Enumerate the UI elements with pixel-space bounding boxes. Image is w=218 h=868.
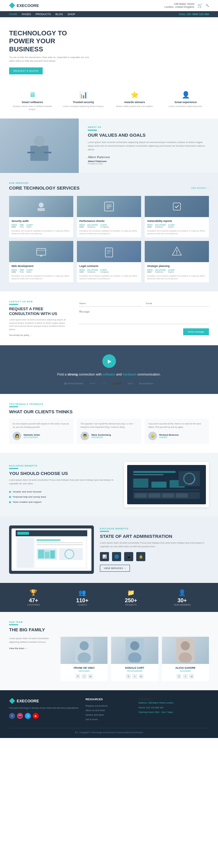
view-services-link[interactable]: View services →	[191, 187, 209, 189]
services-grid: Security audit PRICE $$$$ TIME Time CLIE…	[9, 196, 209, 282]
feature-title: Awards winners	[111, 101, 158, 104]
footer-links: Registry and products About us and news …	[86, 704, 133, 721]
svg-rect-24	[133, 478, 148, 488]
feature-desc: Antoin molitia praede ante a at sodales.	[111, 105, 158, 108]
dashboard-chart	[130, 468, 203, 501]
contact-label: CONTACT US NOW	[9, 301, 70, 303]
facebook-button[interactable]: f	[183, 674, 188, 679]
nav-shop[interactable]: SHOP	[67, 13, 75, 16]
resource-link[interactable]: About us and news	[86, 709, 105, 712]
header: EXECOORE 198 Baker Street London, United…	[0, 0, 218, 11]
stat-label: PROJECTS	[125, 604, 137, 606]
service-meta: PRICE $$$$ TIME Time CLIENT Client	[11, 269, 71, 273]
linkedin-button[interactable]: in	[139, 674, 143, 679]
footer-social: f 📷 𝕏 ▶	[9, 713, 80, 719]
email-input[interactable]	[145, 301, 209, 307]
facebook-button[interactable]: f	[82, 674, 87, 679]
service-title: Security audit	[11, 219, 71, 222]
member-name: FRANK DE VINCI	[63, 666, 105, 670]
logo[interactable]: EXECOORE	[9, 2, 39, 8]
search-icon[interactable]: 🔍	[206, 4, 209, 7]
author-name: Nathalie Zeller	[24, 434, 40, 436]
twitter-button[interactable]: 𝕏	[176, 674, 181, 679]
resource-link[interactable]: Registry and products	[86, 705, 108, 707]
author-title: ACCOUNTANT	[24, 436, 40, 438]
member-role: PROGRAMMER	[113, 670, 156, 672]
state-heading: STATE OF ART ADMINISTRATION	[100, 534, 209, 539]
feature-item: ⭐ Awards winners Antoin molitia praede a…	[111, 91, 158, 111]
footer-brand: EXECOORE Full-suite technology to develo…	[9, 698, 80, 722]
facebook-button[interactable]: f	[132, 674, 137, 679]
author-info: Mark Zuckerberg FACEBOOK	[91, 434, 111, 438]
twitter-social-btn[interactable]: 𝕏	[25, 713, 31, 719]
service-image	[145, 241, 209, 262]
view-services-button[interactable]: VIEW SERVICES →	[100, 565, 130, 572]
why-heading: YOU SHOULD CHOOSE US	[9, 471, 118, 476]
resource-link[interactable]: Opinion and ideas	[86, 714, 104, 716]
cart-icon[interactable]: 🛒	[197, 3, 202, 8]
footer-link-item: Get in touch	[86, 717, 133, 721]
brand-logo: ⬛⬛⬛	[112, 382, 121, 385]
nav-blog[interactable]: BLOG	[55, 13, 63, 16]
youtube-social-btn[interactable]: ▶	[33, 713, 39, 719]
svg-rect-47	[38, 550, 44, 559]
testimonial-card: The question I ask myself the almost eve…	[77, 419, 141, 444]
teal-divider	[9, 304, 18, 305]
why-us-section: EXCLUSIVE BENEFITS YOU SHOULD CHOOSE US …	[0, 453, 218, 517]
stat-number: 250+	[125, 597, 137, 604]
contact-inner: CONTACT US NOW REQUEST A FREE CONSULTATI…	[9, 301, 209, 336]
dashboard-screen	[127, 465, 206, 504]
founder-title: Founder & CEO	[88, 163, 209, 165]
instagram-social-btn[interactable]: 📷	[17, 713, 23, 719]
testimonials-grid: Do not compare yourself with anyone in t…	[9, 419, 209, 444]
svg-rect-22	[133, 471, 175, 473]
author-avatar: 👩	[13, 432, 21, 440]
form-row	[79, 301, 209, 307]
footer-link-item: About us and news	[86, 708, 133, 712]
footer-logo-text: EXECOORE	[17, 699, 39, 703]
testimonial-text: If you don't succeed at first, there's n…	[148, 422, 205, 429]
team-social: 𝕏 f in	[113, 674, 156, 679]
svg-rect-39	[17, 538, 34, 567]
service-image	[77, 196, 141, 217]
person-illustration	[21, 128, 57, 164]
view-team-link[interactable]: View the team →	[9, 647, 55, 650]
linkedin-button[interactable]: in	[88, 674, 93, 679]
service-meta: PRICE $$$$ SOLUTIONS Solutions CLIENT Ex…	[147, 269, 207, 273]
svg-rect-10	[173, 203, 181, 210]
submit-button[interactable]: Send message	[183, 328, 209, 335]
play-button[interactable]	[102, 354, 116, 368]
services-section: OUR SERVICES CORE TECHNOLOGY SERVICES Vi…	[0, 173, 218, 291]
name-input[interactable]	[79, 301, 142, 307]
nav-home[interactable]: HOME	[9, 13, 17, 16]
video-section: Find a strong connection with software a…	[0, 345, 218, 394]
team-label: OUR TEAM	[9, 621, 209, 623]
nav-products[interactable]: PRODUCTS	[35, 13, 51, 16]
resource-link[interactable]: Get in touch	[86, 718, 98, 721]
twitter-button[interactable]: 𝕏	[126, 674, 131, 679]
dashboard-mockup	[124, 462, 209, 507]
stat-label: COUNTRIES	[27, 604, 40, 606]
twitter-button[interactable]: 𝕏	[75, 674, 80, 679]
why-description: Lorem ipsum dolor sit amet consectetur F…	[9, 478, 118, 486]
facebook-social-btn[interactable]: f	[9, 713, 15, 719]
stat-item: 🏆 47+ COUNTRIES	[27, 589, 40, 606]
nav-pages[interactable]: PAGES	[22, 13, 31, 16]
team-card: DONALD CORT PROGRAMMER 𝕏 f in	[111, 637, 158, 681]
feature-desc: Lorem consectetur adipiscing lorem.	[162, 105, 209, 108]
header-address: 198 Baker Street London, United Kingdom	[164, 2, 194, 8]
svg-point-20	[176, 253, 178, 254]
linkedin-button[interactable]: in	[189, 674, 194, 679]
service-image	[77, 241, 141, 262]
service-body: Performance checks PRICE $$$$ SOLUTIONS …	[77, 217, 141, 237]
team-photo	[111, 637, 158, 664]
footer-top: EXECOORE Full-suite technology to develo…	[9, 698, 209, 722]
footer-link-item: Opinion and ideas	[86, 713, 133, 716]
message-input[interactable]	[79, 309, 209, 324]
cta-button[interactable]: REQUEST A QUOTE	[9, 67, 43, 74]
footer-logo-icon	[9, 698, 15, 704]
testimonial-author: 👩 Nathalie Zeller ACCOUNTANT	[13, 432, 70, 440]
footer-bottom: Ed - Copyright © Technology and Business…	[9, 728, 209, 734]
service-desc: Excepteur sint occaecat cupidatat non pr…	[147, 229, 207, 235]
state-right: EXCLUSIVE BENEFITS STATE OF ART ADMINIST…	[100, 528, 209, 572]
